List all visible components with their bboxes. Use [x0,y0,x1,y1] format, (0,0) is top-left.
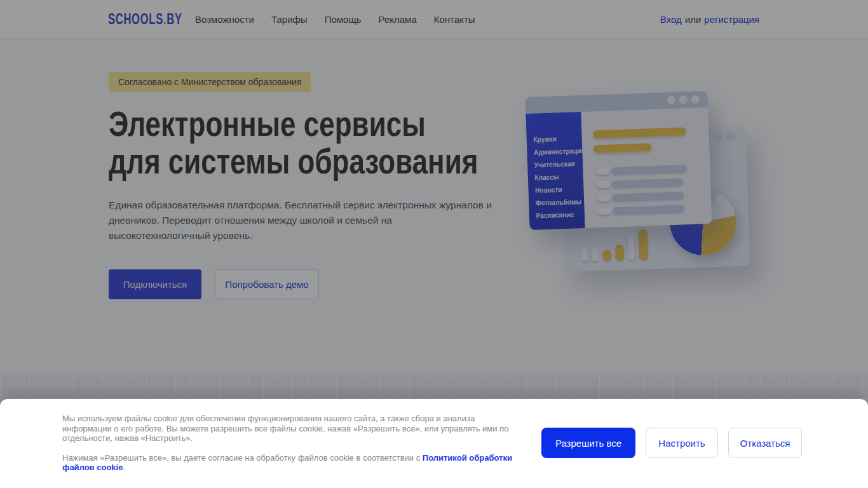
cookie-text: Мы используем файлы cookie для обеспечен… [62,414,517,473]
page: SCHOOLS.BY Возможности Тарифы Помощь Рек… [0,0,868,488]
cookie-buttons: Разрешить все Настроить Отказаться [541,428,802,458]
cookie-paragraph-2: Нажимая «Разрешить все», вы даете соглас… [62,453,517,473]
cookie-paragraph-2-text: Нажимая «Разрешить все», вы даете соглас… [62,453,423,463]
cookie-paragraph-2-suffix: . [123,463,125,472]
decline-button[interactable]: Отказаться [728,428,802,458]
configure-button[interactable]: Настроить [646,428,718,458]
cookie-banner: Мы используем файлы cookie для обеспечен… [0,399,868,488]
allow-all-button[interactable]: Разрешить все [541,428,635,458]
cookie-paragraph-1: Мы используем файлы cookie для обеспечен… [62,414,517,444]
